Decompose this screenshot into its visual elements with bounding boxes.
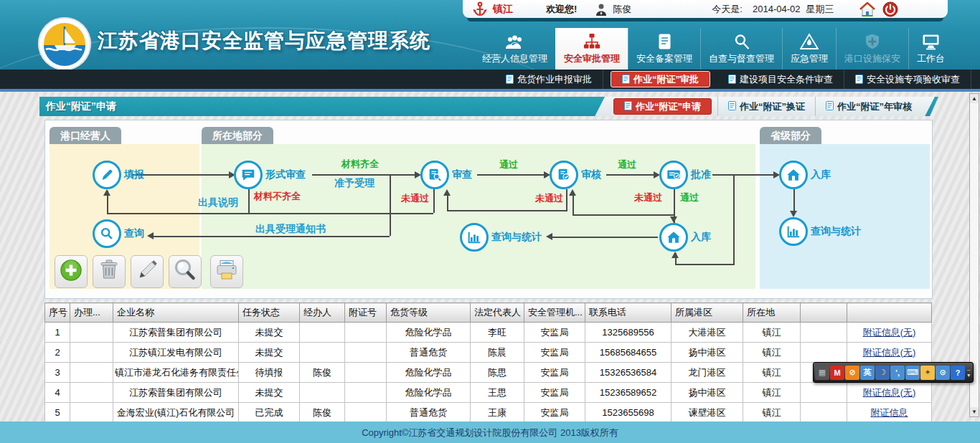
subnav-item-label: 危货作业申报审批 bbox=[517, 73, 592, 86]
flow-edge-label: 通过 bbox=[618, 158, 636, 171]
subnav-item-safety-facility-acceptance[interactable]: 安全设施专项验收审查 bbox=[844, 70, 971, 89]
tab-cert-apply[interactable]: 作业“附证”申请 bbox=[613, 98, 712, 115]
table-cell bbox=[345, 343, 387, 363]
home-icon[interactable] bbox=[859, 2, 875, 16]
nav-item-label: 自查与督查管理 bbox=[709, 52, 774, 65]
subnav-item-construction-safety-review[interactable]: 建设项目安全条件审查 bbox=[717, 70, 844, 89]
column-header[interactable]: 安全管理机... bbox=[524, 303, 585, 323]
column-header[interactable]: 附证号 bbox=[345, 303, 387, 323]
subnav-item-attached-cert-approval[interactable]: 作业“附证”审批 bbox=[611, 71, 710, 87]
keyboard-icon[interactable]: ⌨ bbox=[905, 366, 920, 380]
column-header[interactable]: 所在地 bbox=[743, 303, 801, 323]
flow-connector bbox=[312, 174, 417, 176]
tab-cert-renew[interactable]: 作业“附证”换证 bbox=[717, 97, 815, 116]
search-button[interactable] bbox=[169, 255, 202, 288]
scroll-up-button[interactable]: ▲ bbox=[970, 94, 979, 103]
column-header[interactable]: 危货等级 bbox=[387, 303, 471, 323]
cert-info-link[interactable]: 附证信息(无) bbox=[863, 387, 916, 398]
nav-item-safety-filing[interactable]: 安全备案管理 bbox=[628, 28, 700, 70]
welcome-label: 欢迎您! bbox=[546, 3, 577, 16]
help-icon[interactable]: ? bbox=[951, 366, 965, 380]
toolbox-icon[interactable]: ✦ bbox=[920, 366, 935, 380]
column-header[interactable] bbox=[847, 303, 932, 323]
copyright-text: Copyright©江苏省交通规划设计院股份有限公司 2013版权所有 bbox=[362, 427, 618, 439]
column-header[interactable]: 法定代表人 bbox=[471, 303, 524, 323]
ime-search-icon[interactable]: ⊙ bbox=[936, 366, 950, 380]
arrow-head bbox=[103, 189, 110, 196]
punctuation-icon[interactable]: ’, bbox=[890, 366, 905, 380]
table-row[interactable]: 3镇江市港龙石化港务有限责任公司待填报陈俊危险化学品陈思安监局153265365… bbox=[45, 363, 932, 383]
flow-node-formal-review[interactable] bbox=[234, 161, 263, 189]
delete-button[interactable] bbox=[93, 255, 126, 288]
table-cell: 陈俊 bbox=[300, 403, 345, 423]
sogou-logo-icon[interactable]: M bbox=[830, 366, 844, 380]
flow-node-fill-in[interactable] bbox=[93, 161, 121, 189]
nav-item-safety-approval[interactable]: 安全审批管理 bbox=[555, 28, 628, 70]
document-icon bbox=[624, 101, 632, 113]
column-header[interactable]: 办理... bbox=[70, 303, 113, 323]
flow-connector bbox=[573, 194, 574, 214]
cert-info-link[interactable]: 附证信息(无) bbox=[863, 327, 916, 338]
add-button[interactable] bbox=[55, 255, 88, 288]
ime-collapse-icon[interactable]: –▾ bbox=[966, 367, 971, 378]
flow-node-query[interactable] bbox=[93, 219, 121, 248]
flow-edge-label: 材料齐全 bbox=[341, 158, 379, 171]
page-tabs: 作业“附证”申请作业“附证”换证作业“附证”年审核 bbox=[608, 97, 922, 116]
table-cell bbox=[801, 403, 847, 423]
magnifier-icon bbox=[171, 257, 199, 287]
flow-node-province-query-stats[interactable] bbox=[779, 217, 808, 246]
ime-toolbar[interactable]: ▦M⊘英☽’,⌨✦⊙?–▾ bbox=[813, 362, 974, 383]
flow-node-warehouse-in[interactable] bbox=[659, 223, 688, 252]
table-row[interactable]: 2江苏镇江发电有限公司未提交普通危货陈晨安监局15685684655扬中港区镇江… bbox=[45, 343, 932, 363]
logout-power-icon[interactable] bbox=[882, 1, 898, 17]
table-cell: 未提交 bbox=[239, 383, 300, 403]
column-header[interactable]: 联系电话 bbox=[585, 303, 672, 323]
app-logo bbox=[37, 16, 92, 70]
table-cell: 危险化学品 bbox=[387, 323, 471, 343]
halfwidth-moon-icon[interactable]: ☽ bbox=[875, 366, 890, 380]
subnav-item-dangerous-cargo-declaration[interactable]: 危货作业申报审批 bbox=[495, 70, 603, 89]
table-row[interactable]: 1江苏索普集团有限公司未提交危险化学品李旺安监局1325689556大港港区镇江… bbox=[45, 323, 932, 343]
section-tab-1: 所在地部分 bbox=[202, 127, 273, 144]
cert-info-link[interactable]: 附证信息 bbox=[871, 407, 908, 418]
flow-edge-label: 材料不齐全 bbox=[254, 190, 301, 203]
column-header[interactable] bbox=[801, 303, 847, 323]
scroll-down-button[interactable]: ▼ bbox=[970, 407, 979, 416]
user-name: 陈俊 bbox=[613, 3, 631, 16]
flow-node-approve[interactable] bbox=[659, 161, 688, 189]
flow-connector bbox=[573, 214, 674, 216]
flow-node-review[interactable] bbox=[420, 161, 449, 189]
plus-icon bbox=[57, 257, 85, 287]
column-header[interactable]: 企业名称 bbox=[113, 303, 239, 323]
cert-info-link[interactable]: 附证信息(无) bbox=[863, 347, 916, 358]
nav-item-self-inspection[interactable]: 自查与督查管理 bbox=[700, 28, 782, 70]
print-button[interactable] bbox=[210, 255, 243, 288]
drag-handle-icon[interactable]: ▦ bbox=[815, 366, 829, 380]
flow-node-verify[interactable] bbox=[550, 161, 578, 189]
column-header[interactable]: 任务状态 bbox=[239, 303, 300, 323]
nav-item-emergency[interactable]: 应急管理 bbox=[782, 28, 836, 70]
table-row[interactable]: 5金海宏业(镇江)石化有限公司已完成陈俊普通危货王康安监局1523655698谏… bbox=[45, 403, 932, 423]
doc-verify-icon bbox=[556, 167, 572, 183]
table-cell: 大港港区 bbox=[672, 323, 743, 343]
table-row[interactable]: 4江苏索普集团有限公司未提交危险化学品王思安监局15236589652扬中港区镇… bbox=[45, 383, 932, 403]
arrow-head bbox=[546, 233, 552, 240]
block-icon[interactable]: ⊘ bbox=[845, 366, 859, 380]
column-header[interactable]: 经办人 bbox=[300, 303, 345, 323]
english-mode-icon[interactable]: 英 bbox=[860, 366, 875, 380]
chart-icon bbox=[466, 229, 482, 245]
nav-item-workbench[interactable]: 工作台 bbox=[908, 28, 953, 70]
table-cell: 4 bbox=[45, 383, 70, 403]
section-tab-0: 港口经营人 bbox=[50, 127, 121, 144]
page-title-band: 作业“附证”申请 作业“附证”申请作业“附证”换证作业“附证”年审核 bbox=[39, 97, 938, 116]
table-cell: 15326536584 bbox=[585, 363, 672, 383]
column-header[interactable]: 序号 bbox=[45, 303, 70, 323]
flow-node-query-stats[interactable] bbox=[460, 223, 489, 252]
column-header[interactable]: 所属港区 bbox=[672, 303, 743, 323]
table-cell bbox=[300, 343, 345, 363]
table-cell: 危险化学品 bbox=[387, 383, 471, 403]
nav-item-operator-info[interactable]: 经营人信息管理 bbox=[474, 28, 555, 70]
tab-cert-annual-review[interactable]: 作业“附证”年审核 bbox=[815, 97, 922, 116]
flow-node-province-warehouse-in[interactable] bbox=[779, 161, 808, 189]
edit-button[interactable] bbox=[131, 255, 164, 288]
